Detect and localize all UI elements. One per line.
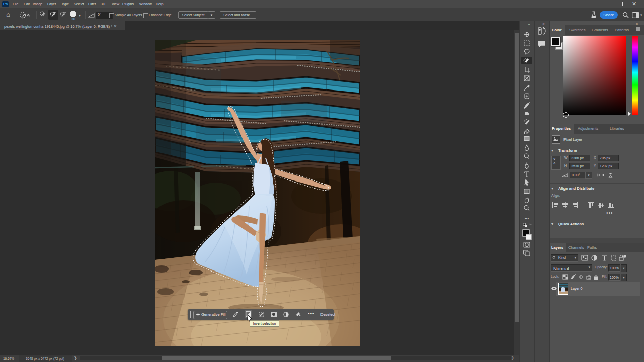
- svg-text:«: «: [528, 22, 531, 27]
- svg-text:•••: •••: [525, 216, 529, 221]
